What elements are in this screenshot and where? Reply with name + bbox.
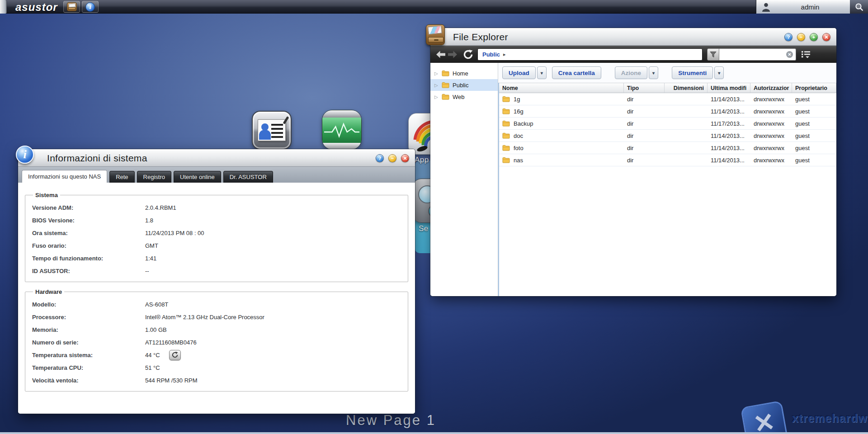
file-permissions: drwxrwxrwx	[750, 108, 792, 115]
tools-dropdown-arrow[interactable]: ▾	[714, 66, 724, 79]
tab-utente-online[interactable]: Utente online	[174, 171, 221, 183]
tree-item-home[interactable]: ▷ Home	[430, 67, 498, 79]
screen-bottom-edge	[0, 432, 868, 434]
table-row[interactable]: nas dir 11/14/2013... drwxrwxrwx guest	[499, 154, 836, 166]
folder-icon	[442, 70, 449, 76]
taskbar-notch[interactable]	[0, 0, 7, 14]
close-button[interactable]: ✕	[822, 33, 830, 41]
column-header-dimensioni[interactable]: Dimensioni	[665, 83, 708, 93]
system-info-window-icon	[16, 146, 34, 164]
table-row[interactable]: doc dir 11/14/2013... drwxrwxrwx guest	[499, 130, 836, 142]
table-row[interactable]: 1g dir 11/14/2013... drwxrwxrwx guest	[499, 93, 836, 105]
sistema-section: Sistema Versione ADM:2.0.4.RBM1 BIOS Ver…	[25, 192, 408, 282]
file-explorer-titlebar[interactable]: File Explorer ? − + ✕	[430, 28, 836, 46]
contact-card-graphic	[258, 119, 286, 141]
column-header-nome[interactable]: Nome	[499, 83, 624, 93]
user-menu[interactable]: admin	[756, 0, 850, 14]
refresh-button[interactable]	[462, 49, 474, 60]
tree-label: Home	[453, 70, 468, 77]
column-header-tipo[interactable]: Tipo	[624, 83, 665, 93]
table-row[interactable]: foto dir 11/14/2013... drwxrwxrwx guest	[499, 142, 836, 154]
minimize-button[interactable]: −	[797, 33, 805, 41]
breadcrumb-public[interactable]: Public	[482, 51, 500, 58]
expander-icon[interactable]: ▷	[434, 71, 439, 76]
upload-dropdown-arrow[interactable]: ▾	[537, 66, 547, 79]
row-value: --	[145, 268, 149, 274]
row-value: Intel® Atom™ 2.13 GHz Dual-Core Processo…	[145, 314, 264, 321]
file-name: Backup	[514, 120, 533, 127]
tree-label: Public	[453, 82, 468, 89]
file-modified: 11/14/2013...	[708, 145, 750, 151]
view-mode-button[interactable]	[802, 51, 811, 58]
row-label: Versione ADM:	[32, 204, 145, 211]
hardware-legend: Hardware	[33, 288, 64, 295]
file-type: dir	[624, 132, 665, 139]
hardware-section: Hardware Modello:AS-608T Processore:Inte…	[25, 288, 408, 392]
row-value: 11/24/2013 PM 08 : 00	[145, 230, 204, 236]
upload-button[interactable]: Upload	[502, 66, 536, 79]
tab-dr-asustor[interactable]: Dr. ASUSTOR	[223, 171, 273, 183]
close-button[interactable]: ✕	[401, 154, 409, 162]
row-label: Temperatura CPU:	[32, 364, 145, 371]
create-folder-button[interactable]: Crea cartella	[552, 66, 601, 79]
help-button[interactable]: ?	[784, 33, 793, 41]
table-row[interactable]: 16g dir 11/14/2013... drwxrwxrwx guest	[499, 105, 836, 118]
folder-icon	[502, 145, 510, 151]
expander-icon[interactable]: ▷	[434, 94, 439, 99]
file-explorer-window-icon	[426, 24, 445, 45]
file-modified: 11/14/2013...	[708, 96, 750, 103]
filter-button[interactable]	[707, 48, 719, 61]
path-bar[interactable]: Public ▸	[477, 48, 703, 61]
row-value: 1.8	[145, 217, 153, 224]
activity-monitor-icon[interactable]	[322, 110, 362, 150]
file-owner: guest	[792, 108, 836, 115]
clear-search-icon[interactable]: ✕	[786, 51, 793, 58]
column-header-autorizzazioni[interactable]: Autorizzazior	[750, 83, 792, 93]
column-header-ultima-modifica[interactable]: Ultima modifi	[708, 83, 750, 93]
folder-icon	[502, 96, 510, 102]
column-header-proprietario[interactable]: Proprietario	[792, 83, 836, 93]
global-search-button[interactable]	[850, 0, 868, 14]
forward-button[interactable]	[447, 49, 458, 60]
search-input[interactable]	[722, 51, 786, 58]
tree-item-web[interactable]: ▷ Web	[430, 91, 498, 103]
folder-icon	[442, 82, 449, 88]
refresh-temperature-button[interactable]	[169, 350, 181, 360]
file-type: dir	[624, 96, 665, 103]
file-explorer-title: File Explorer	[453, 28, 508, 46]
tab-rete[interactable]: Rete	[109, 171, 134, 183]
access-control-icon[interactable]	[252, 111, 292, 150]
maximize-button[interactable]: +	[810, 33, 818, 41]
minimize-button[interactable]: −	[388, 154, 396, 162]
file-name: 16g	[514, 108, 524, 115]
row-value: 1.00 GB	[145, 326, 167, 333]
table-row[interactable]: Backup dir 11/17/2013... drwxrwxrwx gues…	[499, 118, 836, 130]
file-name: foto	[514, 145, 524, 151]
action-buttons-row: Upload ▾ Crea cartella Azione ▾ Strument…	[498, 63, 836, 83]
action-dropdown-arrow[interactable]: ▾	[649, 66, 658, 79]
file-owner: guest	[792, 132, 836, 139]
row-label: Numero di serie:	[32, 339, 145, 346]
folder-icon	[442, 94, 449, 100]
file-modified: 11/17/2013...	[708, 120, 750, 127]
search-field-wrap: ✕	[719, 48, 796, 61]
tab-registro[interactable]: Registro	[137, 171, 171, 183]
file-name: 1g	[514, 96, 520, 103]
system-info-titlebar[interactable]: Informazioni di sistema ? − ✕	[18, 149, 415, 167]
file-explorer-window: File Explorer ? − + ✕ Public ▸	[430, 28, 836, 296]
taskbar-file-explorer-button[interactable]	[63, 1, 80, 13]
action-button[interactable]: Azione	[615, 66, 647, 79]
row-label: Velocità ventola:	[32, 377, 145, 384]
taskbar-system-info-button[interactable]	[82, 1, 99, 13]
help-button[interactable]: ?	[376, 154, 384, 162]
top-bar: asustor admin	[0, 0, 868, 14]
file-type: dir	[624, 157, 665, 164]
tab-informazioni-nas[interactable]: Informazioni su questo NAS	[22, 170, 107, 183]
expander-icon[interactable]: ▷	[434, 83, 439, 88]
table-header: Nome Tipo Dimensioni Ultima modifi Autor…	[499, 83, 836, 93]
tree-item-public[interactable]: ▷ Public	[430, 79, 498, 91]
system-info-title: Informazioni di sistema	[47, 149, 147, 167]
back-button[interactable]	[435, 49, 447, 60]
funnel-icon	[710, 51, 717, 58]
tools-button[interactable]: Strumenti	[672, 66, 713, 79]
